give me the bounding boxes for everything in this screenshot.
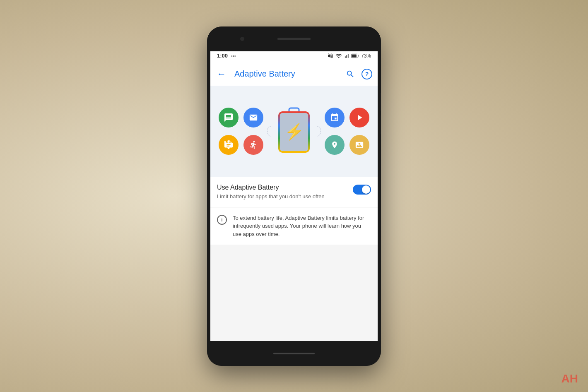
svg-text:⚡: ⚡ (284, 122, 304, 141)
help-button[interactable]: ? (361, 68, 373, 80)
setting-subtitle: Limit battery for apps that you don't us… (217, 193, 348, 200)
signal-icon (344, 53, 349, 59)
page-title: Adaptive Battery (234, 69, 338, 79)
app-icon-calendar (325, 108, 345, 127)
status-dots: ••• (231, 53, 236, 58)
mute-icon (327, 53, 334, 59)
right-app-icons (325, 108, 369, 155)
adaptive-battery-toggle[interactable] (353, 185, 371, 195)
volume-up-button[interactable] (381, 93, 381, 111)
phone-bottom-bezel (207, 341, 381, 366)
phone-frame: 1:00 ••• (207, 26, 381, 366)
adaptive-battery-setting[interactable]: Use Adaptive Battery Limit battery for a… (210, 177, 378, 207)
info-section: i To extend battery life, Adaptive Batte… (210, 207, 378, 245)
watermark: AH (561, 372, 578, 385)
app-icon-mail (243, 108, 263, 127)
setting-text-group: Use Adaptive Battery Limit battery for a… (217, 184, 348, 200)
app-icon-work (219, 135, 239, 155)
setting-title: Use Adaptive Battery (217, 184, 348, 191)
app-icon-messages (219, 108, 239, 127)
toggle-thumb (362, 185, 370, 194)
app-bar: ← Adaptive Battery ? (210, 63, 378, 86)
info-icon: i (217, 215, 227, 225)
phone-top-bezel (207, 26, 381, 51)
right-top-row (325, 108, 369, 127)
app-icon-youtube (349, 108, 369, 127)
search-button[interactable] (345, 68, 356, 80)
battery-status-icon (351, 53, 359, 59)
app-icon-maps (325, 135, 345, 155)
phone-screen: 1:00 ••• (210, 49, 378, 343)
status-time: 1:00 (217, 53, 228, 59)
left-top-row (219, 108, 263, 127)
app-icon-photos (349, 135, 369, 155)
left-connector-svg (264, 113, 272, 150)
status-icons-group: 73% (327, 53, 371, 59)
battery-illustration: ⚡ (277, 107, 311, 155)
volume-down-button[interactable] (381, 115, 381, 134)
right-bottom-row (325, 135, 369, 155)
battery-percent: 73% (361, 53, 371, 59)
settings-content: Use Adaptive Battery Limit battery for a… (210, 177, 378, 245)
back-button[interactable]: ← (215, 67, 228, 81)
help-circle-icon: ? (361, 69, 372, 79)
left-app-icons (219, 108, 263, 155)
wifi-icon (335, 53, 342, 59)
svg-rect-1 (352, 54, 356, 57)
app-bar-actions: ? (345, 68, 373, 80)
left-bottom-row (219, 135, 263, 155)
right-connector-svg (316, 113, 324, 150)
home-indicator[interactable] (273, 353, 315, 354)
speaker-grille (277, 38, 311, 40)
info-text: To extend battery life, Adaptive Battery… (233, 214, 371, 238)
app-icon-fitness (243, 135, 263, 155)
battery-svg: ⚡ (277, 107, 311, 155)
illustration-area: ⚡ (210, 86, 378, 177)
front-camera (240, 37, 244, 41)
